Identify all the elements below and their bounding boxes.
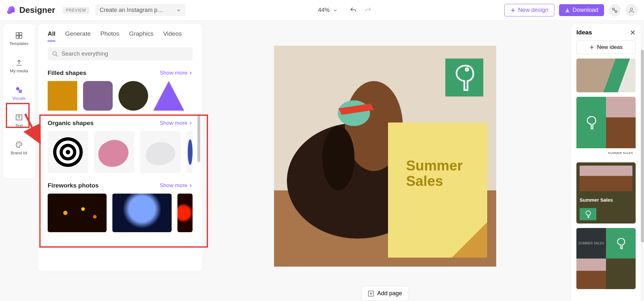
sticky-text: Summer Sales: [406, 158, 463, 189]
redo-icon[interactable]: [365, 7, 372, 14]
templates-icon: [15, 32, 23, 39]
panel-scrollbar[interactable]: [197, 114, 200, 162]
idea-card-2[interactable]: SUMMER SALES: [576, 97, 636, 158]
zoom-control[interactable]: 44%: [318, 7, 337, 14]
preview-badge: PREVIEW: [63, 7, 89, 14]
rail-label: My media: [10, 68, 28, 73]
shape-blob-pink[interactable]: [94, 131, 135, 173]
download-button[interactable]: Download: [559, 4, 604, 16]
tab-videos[interactable]: Videos: [163, 30, 182, 41]
idea-caption: Summer Sales: [580, 197, 632, 203]
ideas-title: Ideas: [576, 29, 592, 36]
text-icon: [15, 114, 23, 121]
idea-caption: SUMMER SALES: [576, 148, 636, 158]
plus-box-icon: [368, 291, 374, 296]
palette-icon: [15, 141, 23, 149]
section-title: Fireworks photos: [48, 182, 99, 189]
sticky-note[interactable]: Summer Sales: [388, 123, 487, 258]
undo-icon[interactable]: [350, 7, 357, 14]
account-button[interactable]: [625, 4, 638, 16]
new-ideas-button[interactable]: New ideas: [576, 41, 636, 54]
rail-mymedia[interactable]: My media: [6, 57, 32, 75]
chevron-right-icon: [189, 184, 193, 187]
rail-templates[interactable]: Templates: [6, 30, 32, 48]
photo-fireworks-1[interactable]: [48, 194, 107, 232]
search-box[interactable]: [48, 47, 193, 60]
new-design-button[interactable]: New design: [504, 4, 554, 16]
search-input[interactable]: [62, 50, 188, 57]
design-canvas[interactable]: Summer Sales: [274, 46, 496, 267]
blob-icon: [96, 136, 132, 168]
section-organic-shapes: Organic shapes Show more: [48, 120, 193, 173]
shape-concentric[interactable]: [48, 131, 88, 173]
download-icon: [565, 8, 570, 13]
show-more-fireworks[interactable]: Show more: [160, 182, 193, 189]
show-more-organic-shapes[interactable]: Show more: [160, 120, 193, 126]
blob-icon: [143, 138, 178, 167]
photo-fireworks-3[interactable]: [177, 194, 193, 232]
rail-text[interactable]: Text: [6, 112, 32, 130]
user-icon: [628, 7, 635, 14]
search-icon: [52, 51, 58, 57]
left-rail: Templates My media Visuals Text Brand ki…: [3, 24, 35, 178]
shape-blob-blue-partial[interactable]: [186, 131, 193, 173]
header-right: New design Download: [504, 4, 638, 16]
section-title: Filled shapes: [48, 69, 86, 77]
shape-blob-grey[interactable]: [140, 131, 181, 173]
app-name: Designer: [19, 5, 55, 15]
svg-rect-4: [19, 32, 22, 35]
share-icon-button[interactable]: [609, 4, 621, 16]
app-logo-icon: [6, 5, 16, 15]
sticky-fold: [452, 222, 487, 258]
photo-fireworks-2[interactable]: [112, 194, 171, 232]
document-title-dropdown[interactable]: Create an Instagram p…: [95, 4, 185, 16]
svg-point-11: [19, 143, 19, 143]
plus-icon: [589, 45, 594, 50]
idea-card-3[interactable]: Summer Sales: [576, 162, 636, 223]
share-icon: [611, 7, 618, 14]
canvas-area: Summer Sales Add page: [202, 21, 568, 301]
document-title: Create an Instagram p…: [100, 7, 163, 14]
ideas-scrollbar[interactable]: [641, 50, 644, 242]
visuals-icon: [15, 86, 23, 94]
tab-photos[interactable]: Photos: [100, 30, 119, 41]
shape-rounded-square[interactable]: [83, 81, 113, 111]
header-center: 44%: [185, 7, 504, 14]
close-icon[interactable]: [630, 30, 636, 35]
svg-point-13: [53, 51, 56, 55]
top-header: Designer PREVIEW Create an Instagram p… …: [0, 0, 644, 21]
chevron-right-icon: [189, 71, 193, 75]
rail-label: Templates: [9, 41, 28, 46]
visuals-panel: All Generate Photos Graphics Videos Fill…: [38, 24, 202, 271]
chevron-down-icon: [333, 8, 337, 13]
section-title: Organic shapes: [48, 120, 94, 127]
shape-circle[interactable]: [118, 81, 148, 111]
rail-label: Brand kit: [11, 150, 27, 155]
section-fireworks-photos: Fireworks photos Show more: [48, 182, 193, 232]
idea-caption: SUMMER SALES: [576, 228, 606, 259]
idea-card-1[interactable]: [576, 59, 636, 92]
rail-visuals[interactable]: Visuals: [6, 84, 32, 103]
tab-all[interactable]: All: [48, 30, 55, 41]
section-filled-shapes: Filled shapes Show more: [48, 69, 193, 111]
logo-wrap: Designer PREVIEW: [6, 5, 90, 15]
tab-generate[interactable]: Generate: [65, 30, 90, 41]
svg-rect-5: [16, 36, 19, 38]
show-more-filled-shapes[interactable]: Show more: [160, 70, 193, 76]
rail-brandkit[interactable]: Brand kit: [6, 139, 32, 157]
zoom-value: 44%: [318, 7, 330, 14]
svg-point-25: [322, 126, 355, 190]
bird-icon: [451, 63, 477, 92]
shape-square[interactable]: [48, 81, 77, 111]
bird-logo[interactable]: [445, 59, 483, 96]
chevron-down-icon: [176, 8, 181, 13]
add-page-button[interactable]: Add page: [361, 286, 409, 301]
rail-label: Visuals: [12, 96, 26, 101]
svg-rect-6: [19, 36, 22, 38]
rail-label: Text: [15, 123, 23, 128]
svg-point-12: [20, 144, 21, 144]
tab-graphics[interactable]: Graphics: [129, 30, 154, 41]
shape-triangle[interactable]: [154, 81, 184, 111]
plus-icon: [510, 8, 516, 13]
idea-card-4[interactable]: SUMMER SALES: [576, 228, 636, 289]
